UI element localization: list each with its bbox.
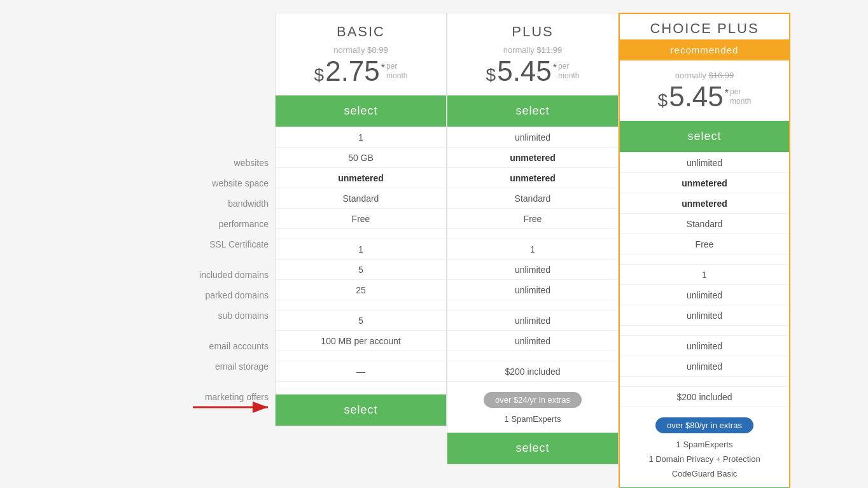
features-column: websites website space bandwidth perform… [78,13,275,407]
basic-cell-websites: 1 [276,127,446,147]
choice-plus-spacer-1 [620,254,789,264]
basic-spacer-3 [276,351,446,361]
basic-spacer-2 [276,300,446,310]
plus-title: PLUS [454,24,612,40]
plus-amount: 5.45 [497,57,552,85]
basic-dollar: $ [314,65,325,85]
plus-cell-email-storage: unlimited [447,330,618,351]
basic-cell-email-storage: 100 MB per account [276,330,446,351]
feature-label-email-accounts: email accounts [78,336,269,356]
choice-plus-period: permonth [730,87,751,107]
basic-header: BASIC normally $8.99 $ 2.75 * permonth [276,13,446,95]
plus-spacer-3 [447,351,618,361]
plan-plus: PLUS normally $11.99 $ 5.45 * permonth s… [447,13,619,464]
choice-plus-spacer-2 [620,325,789,335]
plus-select-top-button[interactable]: select [447,95,618,127]
plus-select-bottom-button[interactable]: select [447,433,618,464]
plus-cell-included-domains: 1 [447,239,618,259]
plus-strikethrough: $11.99 [536,45,562,55]
feature-label-sub-domains: sub domains [78,305,269,326]
plus-normally: normally $11.99 [454,45,612,55]
choice-plus-cell-email-accounts: unlimited [620,335,789,356]
choice-plus-title-above: CHOICE PLUS [620,14,789,39]
choice-plus-normally: normally $16.99 [626,71,783,80]
choice-plus-spacer-3 [620,376,789,386]
choice-plus-extras-item-2: 1 Domain Privacy + Protection [620,452,789,466]
feature-label-performance: performance [78,214,269,234]
plus-cell-bandwidth: unmetered [447,167,618,188]
basic-cell-marketing-offers: — [276,361,446,381]
plus-cell-marketing-offers: $200 included [447,361,618,381]
spacer-1 [78,254,269,265]
plus-period: permonth [558,62,579,81]
choice-plus-cell-email-storage: unlimited [620,356,789,376]
choice-plus-dollar: $ [658,90,668,111]
recommended-badge: recommended [620,39,789,60]
basic-amount: 2.75 [325,57,380,85]
choice-plus-cell-included-domains: 1 [620,264,789,284]
basic-price-row: $ 2.75 * permonth [282,57,440,85]
plan-choice-plus: CHOICE PLUS recommended normally $16.99 … [619,13,790,488]
choice-plus-cell-websites: unlimited [620,152,789,172]
basic-cell-website-space: 50 GB [276,147,446,167]
plus-asterisk: * [553,62,557,74]
basic-extras [276,381,446,388]
basic-cell-ssl: Free [276,208,446,228]
plus-cell-websites: unlimited [447,127,618,147]
choice-plus-cell-website-space: unmetered [620,172,789,193]
choice-plus-cell-marketing-offers: $200 included [620,386,789,407]
plus-spacer-1 [447,228,618,239]
choice-plus-strikethrough: $16.99 [708,71,734,80]
choice-plus-price-row: $ 5.45 * permonth [626,83,783,111]
plus-price-row: $ 5.45 * permonth [454,57,612,85]
plus-header: PLUS normally $11.99 $ 5.45 * permonth [447,13,618,95]
choice-plus-cell-ssl: Free [620,234,789,254]
feature-label-parked-domains: parked domains [78,285,269,305]
basic-title: BASIC [282,24,440,40]
basic-select-bottom-button[interactable]: select [276,394,446,426]
plus-cell-parked-domains: unlimited [447,259,618,279]
choice-plus-cell-parked-domains: unlimited [620,284,789,305]
spacer-2 [78,326,269,336]
plus-cell-website-space: unmetered [447,147,618,167]
basic-spacer-1 [276,228,446,239]
basic-asterisk: * [381,62,385,74]
basic-cell-email-accounts: 5 [276,310,446,330]
basic-normally: normally $8.99 [282,45,440,55]
choice-plus-extras: over $80/yr in extras 1 SpamExperts 1 Do… [620,407,789,481]
choice-plus-amount: 5.45 [669,83,724,111]
feature-label-bandwidth: bandwidth [78,193,269,214]
basic-cell-performance: Standard [276,188,446,208]
basic-period: permonth [386,62,407,81]
plan-basic: BASIC normally $8.99 $ 2.75 * permonth s… [275,13,447,426]
plus-extras-item-1: 1 SpamExperts [447,412,618,426]
basic-cell-sub-domains: 25 [276,279,446,300]
basic-strikethrough: $8.99 [367,45,388,55]
plus-cell-sub-domains: unlimited [447,279,618,300]
choice-plus-extras-item-1: 1 SpamExperts [620,437,789,452]
basic-select-top-button[interactable]: select [276,95,446,127]
feature-label-included-domains: included domains [78,265,269,285]
choice-plus-extras-badge: over $80/yr in extras [655,417,753,433]
choice-plus-cell-bandwidth: unmetered [620,193,789,213]
basic-cell-included-domains: 1 [276,239,446,259]
feature-label-website-space: website space [78,173,269,193]
basic-cell-parked-domains: 5 [276,259,446,279]
feature-label-ssl: SSL Certificate [78,234,269,254]
spacer-3 [78,377,269,387]
arrow-indicator [193,398,276,417]
plus-extras: over $24/yr in extras 1 SpamExperts [447,381,618,426]
plus-cell-email-accounts: unlimited [447,310,618,330]
choice-plus-header: normally $16.99 $ 5.45 * permonth [620,60,789,121]
feature-label-websites: websites [78,153,269,173]
choice-plus-asterisk: * [725,88,729,99]
choice-plus-extras-item-3: CodeGuard Basic [620,466,789,481]
basic-cell-bandwidth: unmetered [276,167,446,188]
feature-label-email-storage: email storage [78,356,269,377]
plus-extras-badge: over $24/yr in extras [484,392,582,408]
pricing-table: websites website space bandwidth perform… [78,13,790,488]
choice-plus-cell-sub-domains: unlimited [620,305,789,325]
choice-plus-select-top-button[interactable]: select [620,121,789,152]
plus-dollar: $ [486,65,496,85]
plus-spacer-2 [447,300,618,310]
